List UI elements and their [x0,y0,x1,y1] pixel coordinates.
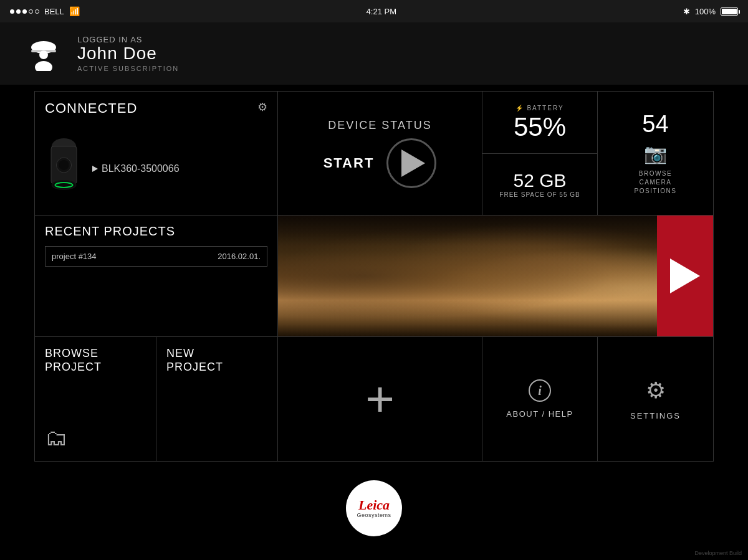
settings-label: SETTINGS [630,411,681,420]
leica-logo: Leica Geosystems [346,480,402,536]
plus-icon: + [365,374,395,424]
leica-geosystems: Geosystems [357,512,391,518]
carrier-label: BELL [44,7,64,16]
camera-label: BROWSECAMERAPOSITIONS [635,169,677,196]
main-grid: CONNECTED ⚙ [34,91,714,462]
status-bar: BELL 📶 4:21 PM ✱ 100% [0,0,748,22]
battery-bottom: 52 GB FREE SPACE OF 55 GB [482,154,597,216]
cell-plus[interactable]: + [278,337,482,461]
dot4 [29,9,33,14]
battery-bar [721,7,738,16]
battery-bolt-icon: ⚡ [515,105,524,112]
dot2 [16,9,21,14]
panorama-image [278,216,713,336]
user-header: LOGGED IN AS John Doe ACTIVE SUBSCRIPTIO… [0,22,748,85]
cell-new-project[interactable]: NEWPROJECT [156,337,278,461]
start-play-icon [401,149,425,177]
dot1 [10,9,14,14]
dev-build-label: Development Build [694,550,742,556]
play-small-icon [92,166,98,172]
status-bar-time: 4:21 PM [367,7,396,16]
cell-device-status: DEVICE STATUS START [278,92,482,215]
row2: RECENT PROJECTS project #134 2016.02.01. [34,216,714,337]
scanner-device-icon [47,138,81,200]
user-name: John Doe [77,44,179,64]
device-status-title: DEVICE STATUS [328,119,431,132]
scanner-icon-wrapper [45,138,82,200]
info-icon: i [529,379,551,402]
dot3 [22,9,27,14]
recent-projects-title: RECENT PROJECTS [45,224,267,239]
panorama-play-icon [670,259,700,293]
signal-dots [10,9,39,14]
storage-gb: 52 GB [513,170,566,191]
leica-text: Leica [358,498,390,512]
cell-panorama [278,216,713,336]
browse-title: BROWSEPROJECT [45,347,146,374]
start-play-button[interactable] [386,138,436,188]
battery-label: ⚡ BATTERY [515,105,563,112]
camera-count: 54 [642,111,668,138]
battery-top: ⚡ BATTERY 55% [482,92,597,154]
cell-recent: RECENT PROJECTS project #134 2016.02.01. [35,216,278,336]
svg-point-4 [35,61,52,71]
avatar-icon [26,36,61,71]
battery-percent-label: 100% [695,7,716,16]
device-name-text: BLK360-3500066 [102,163,180,174]
row3: BROWSEPROJECT 🗂 NEWPROJECT + i ABOUT / H… [34,337,714,462]
project-name: project #134 [52,252,97,261]
connected-header: CONNECTED ⚙ [45,100,267,116]
status-bar-right: ✱ 100% [683,7,738,16]
status-bar-left: BELL 📶 [10,6,80,16]
battery-fill [722,9,737,14]
cell-about[interactable]: i ABOUT / HELP [482,337,598,461]
cell-camera[interactable]: 54 📷 BROWSECAMERAPOSITIONS [598,92,713,215]
footer: Leica Geosystems [0,480,748,536]
storage-label: FREE SPACE OF 55 GB [499,191,580,198]
start-label: START [324,155,375,171]
user-logged-label: LOGGED IN AS [77,35,179,44]
wifi-icon: 📶 [69,6,80,16]
project-date: 2016.02.01. [218,252,261,261]
panorama-play-button[interactable] [657,216,713,336]
battery-percent-value: 55% [514,114,566,140]
avatar [25,35,62,72]
svg-point-3 [39,50,48,59]
cell-battery: ⚡ BATTERY 55% 52 GB FREE SPACE OF 55 GB [482,92,598,215]
settings-gear-icon[interactable]: ⚙ [257,100,267,114]
start-row: START [324,138,437,188]
svg-point-11 [59,160,69,170]
cell-connected: CONNECTED ⚙ [35,92,278,215]
about-label: ABOUT / HELP [506,409,573,419]
project-row[interactable]: project #134 2016.02.01. [45,246,267,267]
device-row: BLK360-3500066 [45,138,267,206]
user-subscription: ACTIVE SUBSCRIPTION [77,65,179,72]
bluetooth-icon: ✱ [683,7,690,16]
row1: CONNECTED ⚙ [34,91,714,216]
user-info: LOGGED IN AS John Doe ACTIVE SUBSCRIPTIO… [77,35,179,72]
panorama-room-elements [278,216,713,336]
folder-icon: 🗂 [45,425,146,451]
camera-icon: 📷 [644,143,667,164]
dot5 [35,9,39,14]
connected-title: CONNECTED [45,100,137,116]
device-name-label: BLK360-3500066 [92,163,180,174]
cell-settings[interactable]: ⚙ SETTINGS [598,337,713,461]
cell-browse[interactable]: BROWSEPROJECT 🗂 [35,337,156,461]
new-project-title: NEWPROJECT [166,347,267,374]
settings-icon: ⚙ [646,377,666,404]
